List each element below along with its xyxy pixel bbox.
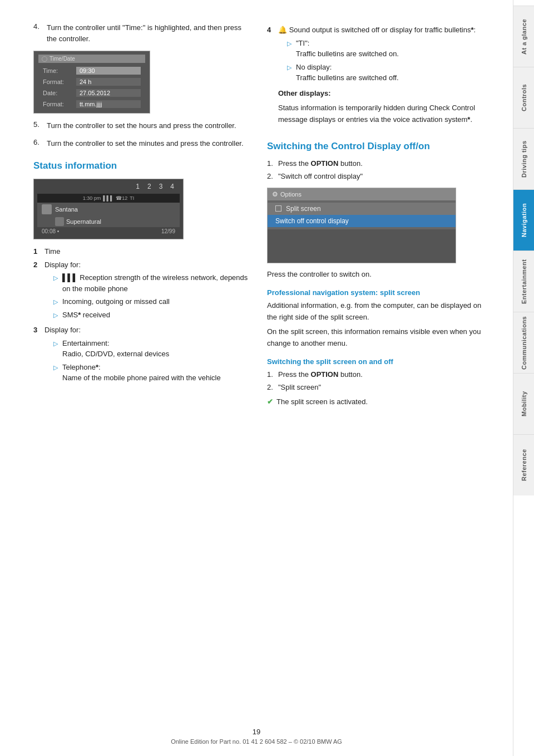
arrow-icon-2-2: ▷ [53, 297, 59, 307]
legend-text-2: Display for: [44, 261, 81, 269]
arrow-icon-3-1: ▷ [53, 339, 59, 360]
bullet-text-3-1b: Radio, CD/DVD, external devices [62, 350, 169, 358]
options-title-icon: ⚙ [272, 190, 278, 198]
timedate-row-format2: Format: tt.mm.jjjj [38, 99, 145, 110]
other-displays-heading: Other displays: [278, 88, 484, 100]
item-4-text: Sound output is switched off or display … [289, 26, 476, 34]
arrow-icon-2-3: ▷ [53, 311, 59, 321]
legend-text-1: Time [44, 246, 60, 257]
legend-content-3: Display for: ▷ Entertainment: Radio, CD/… [44, 325, 221, 386]
status-numbers-row: 1 2 3 4 [37, 183, 180, 192]
split-step-1-num: 1. [267, 369, 275, 380]
song-icon [42, 204, 52, 214]
status-bar-ti: TI [130, 195, 134, 201]
switch-off-label: Switch off control display [275, 217, 349, 225]
bullet-2-1: ▷ ▌▌▌ Reception strength of the wireless… [53, 272, 250, 294]
num-3: 3 [159, 183, 163, 190]
sidebar-tab-communications[interactable]: Communications [513, 312, 535, 373]
item-4-bullets: ▷ "TI": Traffic bulletins are switched o… [287, 38, 484, 84]
date-value: 27.05.2012 [76, 89, 141, 97]
options-screenshot: ⚙ Options Split screen Switch off contro… [267, 188, 456, 263]
timedate-row-format1: Format: 24 h [38, 76, 145, 87]
split-step-1: 1. Press the OPTION button. [267, 369, 484, 380]
legend-item-2: 2 Display for: ▷ ▌▌▌ Reception strength … [33, 259, 250, 323]
options-bg [268, 229, 456, 263]
options-title-text: Options [280, 191, 301, 198]
control-step-1-num: 1. [267, 158, 275, 169]
item-4: 4 🔔 Sound output is switched off or disp… [267, 24, 484, 129]
timedate-icon [42, 56, 47, 62]
arrow-icon-3-2: ▷ [53, 363, 59, 384]
sidebar-tab-navigation[interactable]: Navigation [513, 189, 535, 251]
legend-num-3: 3 [33, 325, 41, 336]
bullet-text-4-1b: Traffic bulletins are switched on. [296, 50, 399, 58]
split-screen-steps: 1. Press the OPTION button. 2. "Split sc… [267, 369, 484, 393]
time-label: Time: [43, 67, 76, 74]
control-step-1-text: Press the OPTION button. [278, 158, 363, 169]
format2-label: Format: [43, 101, 76, 107]
split-step-2-num: 2. [267, 382, 275, 393]
legend-item-1: 1 Time [33, 246, 250, 257]
bullet-text-4-1a: "TI": [296, 39, 309, 47]
item-4-num: 4 [267, 24, 275, 36]
arrow-icon-2-1: ▷ [53, 273, 59, 294]
format1-value: 24 h [76, 78, 141, 86]
track-footer: 00:08 • 12/99 [37, 227, 180, 235]
sidebar-tab-reference[interactable]: Reference [513, 434, 535, 495]
legend-text-3: Display for: [44, 326, 81, 334]
bullet-text-2-2: Incoming, outgoing or missed call [62, 296, 170, 307]
page-container: 4. Turn the controller until "Time:" is … [0, 0, 534, 756]
step-4: 4. Turn the controller until "Time:" is … [33, 22, 250, 44]
status-info-heading: Status information [33, 160, 250, 172]
format2-value: tt.mm.jjjj [76, 100, 141, 108]
split-screen-check: ✔ The split screen is activated. [267, 396, 484, 408]
bullet-3-2: ▷ Telephone*: Name of the mobile phone p… [53, 362, 221, 384]
sidebar-tab-controls[interactable]: Controls [513, 67, 535, 128]
num-4: 4 [170, 183, 174, 190]
timedate-row-date: Date: 27.05.2012 [38, 87, 145, 99]
sidebar-tab-mobility[interactable]: Mobility [513, 373, 535, 434]
timedate-screenshot: Time/Date Time: 09:30 Format: 24 h Date:… [33, 51, 150, 114]
pro-nav-text2: On the split screen, this information re… [267, 326, 484, 350]
time-value: 09:30 [76, 67, 141, 75]
split-screen-label: Split screen [286, 205, 321, 213]
bullet-text-3-2b: Name of the mobile phone paired with the… [62, 374, 221, 382]
track-num: 12/99 [161, 228, 175, 234]
sidebar-tab-driving-tips[interactable]: Driving tips [513, 128, 535, 189]
arrow-icon-4-2: ▷ [287, 63, 293, 84]
timedate-title-bar: Time/Date [38, 55, 145, 63]
status-screenshot: 1 2 3 4 1:30 pm ▌▌▌ ☎12 TI Santana [33, 179, 184, 239]
bullet-content-3-2: Telephone*: Name of the mobile phone pai… [62, 362, 221, 384]
control-step-2: 2. "Switch off control display" [267, 171, 484, 182]
track-row: Supernatural [37, 216, 180, 227]
bullet-content-4-1: "TI": Traffic bulletins are switched on. [296, 38, 399, 60]
bullet-text-3-2a: Telephone*: [62, 363, 101, 371]
left-column: 4. Turn the controller until "Time:" is … [33, 22, 250, 723]
checkmark-icon: ✔ [267, 396, 273, 408]
main-content: 4. Turn the controller until "Time:" is … [0, 0, 513, 756]
press-controller-text: Press the controller to switch on. [267, 269, 484, 281]
bullet-text-4-2a: No display: [296, 63, 332, 71]
step-6-text: Turn the controller to set the minutes a… [47, 138, 244, 149]
status-bar-time: 1:30 pm [83, 195, 101, 201]
sidebar-tab-entertainment[interactable]: Entertainment [513, 251, 535, 312]
legend-item-3: 3 Display for: ▷ Entertainment: Radio, C… [33, 325, 250, 386]
split-step-1-text: Press the OPTION button. [278, 369, 363, 380]
sidebar: At a glance Controls Driving tips Naviga… [513, 0, 534, 756]
split-screen-activated-text: The split screen is activated. [276, 396, 368, 408]
track-time: 00:08 • [42, 228, 59, 234]
other-displays: Other displays: Status information is te… [278, 88, 484, 126]
pro-nav-text1: Additional information, e.g. from the co… [267, 300, 484, 323]
item-4-icon: 🔔 [278, 26, 287, 34]
step-6: 6. Turn the controller to set the minute… [33, 138, 250, 149]
step-5-text: Turn the controller to set the hours and… [47, 120, 236, 131]
sidebar-tab-at-a-glance[interactable]: At a glance [513, 6, 535, 67]
status-bar-signal: ▌▌▌ [103, 195, 113, 201]
bullet-4-1: ▷ "TI": Traffic bulletins are switched o… [287, 38, 484, 60]
legend-2-bullets: ▷ ▌▌▌ Reception strength of the wireless… [53, 272, 250, 320]
split-step-2-text: "Split screen" [278, 382, 321, 393]
footer-text: Online Edition for Part no. 01 41 2 604 … [171, 738, 342, 745]
step-5: 5. Turn the controller to set the hours … [33, 120, 250, 131]
date-label: Date: [43, 90, 76, 96]
format1-label: Format: [43, 78, 76, 85]
